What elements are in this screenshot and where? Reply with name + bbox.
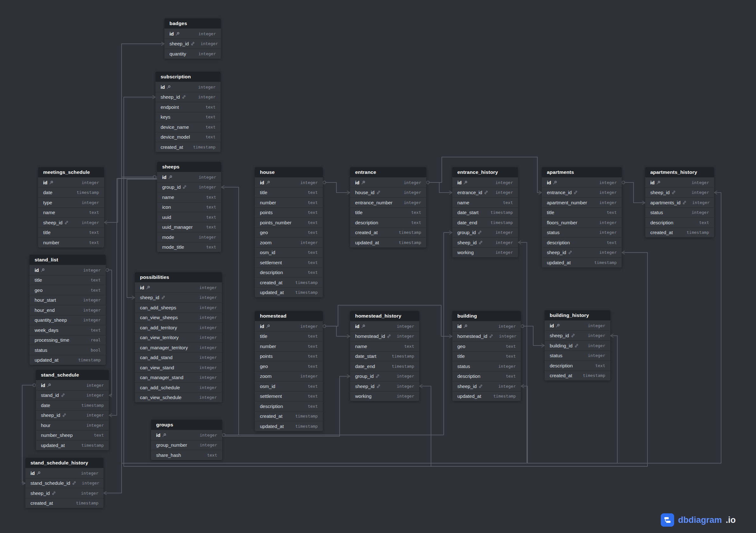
table-building[interactable]: buildingidintegerhomestead_idintegergeot… [452, 311, 521, 401]
field-row-possibilities-id[interactable]: idinteger [135, 282, 222, 293]
field-row-groups-id[interactable]: idinteger [151, 430, 222, 440]
field-row-possibilities-can_view_schedule[interactable]: can_view_scheduleinteger [135, 392, 222, 403]
table-homestead_history[interactable]: homestead_historyidintegerhomestead_idin… [350, 311, 419, 401]
relationship-building_history-sheep_id-to-sheeps-id[interactable] [610, 336, 617, 463]
field-row-building_history-sheep_id[interactable]: sheep_idinteger [545, 331, 610, 341]
field-row-possibilities-can_add_schedule[interactable]: can_add_scheduleinteger [135, 382, 222, 392]
field-row-sheeps-id[interactable]: idinteger [157, 172, 221, 182]
field-row-entrance_history-date_start[interactable]: date_starttimestamp [452, 207, 518, 218]
table-badges[interactable]: badgesidintegersheep_idintegerquantityin… [164, 18, 221, 59]
field-row-possibilities-sheep_id[interactable]: sheep_idinteger [135, 293, 222, 303]
field-row-sheeps-mode[interactable]: modeinteger [157, 232, 221, 242]
field-row-house-id[interactable]: idinteger [255, 177, 323, 188]
field-row-apartments_history-status[interactable]: statusinteger [645, 207, 714, 218]
field-row-building_history-status[interactable]: statusinteger [545, 351, 610, 361]
relationship-building-id-to-building_history-building_id[interactable] [521, 326, 545, 345]
field-row-stand_schedule-sheep_id[interactable]: sheep_idinteger [36, 410, 109, 420]
field-row-homestead_history-name[interactable]: nametext [350, 341, 419, 351]
table-entrance_history[interactable]: entrance_historyidintegerentrance_idinte… [452, 167, 518, 257]
field-row-stand_list-title[interactable]: titletext [30, 275, 106, 285]
table-sheeps[interactable]: sheepsidintegergroup_idintegernametextic… [157, 162, 221, 252]
field-row-subscription-device_name[interactable]: device_nametext [155, 122, 221, 132]
field-row-stand_list-hour_end[interactable]: hour_endinteger [30, 305, 106, 315]
field-row-entrance_history-sheep_id[interactable]: sheep_idinteger [452, 237, 518, 248]
field-row-sheeps-name[interactable]: nametext [157, 192, 221, 202]
table-header-subscription[interactable]: subscription [155, 72, 221, 82]
field-row-homestead-points[interactable]: pointstext [255, 351, 323, 361]
field-row-apartments-floors_number[interactable]: floors_numberinteger [542, 217, 622, 227]
field-row-building-id[interactable]: idinteger [452, 321, 521, 331]
field-row-building-description[interactable]: descriptiontext [452, 371, 521, 381]
table-header-apartments_history[interactable]: apartments_history [645, 167, 714, 177]
relationship-subscription-sheep_id-to-sheeps-id[interactable] [124, 97, 157, 177]
field-row-entrance_history-name[interactable]: nametext [452, 197, 518, 207]
field-row-stand_schedule-stand_id[interactable]: stand_idinteger [36, 390, 109, 400]
field-row-subscription-device_model[interactable]: device_modeltext [155, 132, 221, 142]
diagram-canvas[interactable]: badgesidintegersheep_idintegerquantityin… [0, 0, 756, 533]
field-row-homestead-osm_id[interactable]: osm_idtext [255, 381, 323, 391]
field-row-building-sheep_id[interactable]: sheep_idinteger [452, 381, 521, 391]
relationship-house-id-to-entrance-house_id[interactable] [323, 182, 350, 193]
field-row-entrance_history-id[interactable]: idinteger [452, 177, 518, 188]
field-row-entrance_history-working[interactable]: workinginteger [452, 248, 518, 258]
field-row-homestead_history-sheep_id[interactable]: sheep_idinteger [350, 381, 419, 391]
field-row-apartments_history-apartments_id[interactable]: apartments_idinteger [645, 197, 714, 207]
table-homestead[interactable]: homesteadidintegertitletextnumbertextpoi… [255, 311, 323, 431]
field-row-entrance-description[interactable]: descriptiontext [350, 217, 426, 227]
field-row-house-osm_id[interactable]: osm_idtext [255, 248, 323, 258]
field-row-building_history-id[interactable]: idinteger [545, 320, 610, 331]
field-row-house-description[interactable]: descriptiontext [255, 267, 323, 278]
table-entrance[interactable]: entranceidintegerhouse_idintegerentrance… [350, 167, 426, 248]
field-row-subscription-keys[interactable]: keystext [155, 112, 221, 122]
field-row-subscription-sheep_id[interactable]: sheep_idinteger [155, 92, 221, 102]
relationship-entrance-id-to-entrance_history-entrance_id[interactable] [426, 182, 452, 193]
field-row-groups-group_number[interactable]: group_numberinteger [151, 440, 222, 450]
relationship-sheeps-group_id-to-groups-id[interactable] [221, 187, 239, 435]
table-apartments[interactable]: apartmentsidintegerentrance_idintegerapa… [542, 167, 622, 267]
field-row-stand_list-week_days[interactable]: week_daystext [30, 325, 106, 335]
field-row-stand_schedule_history-sheep_id[interactable]: sheep_idinteger [25, 488, 103, 498]
field-row-entrance-id[interactable]: idinteger [350, 177, 426, 188]
table-header-entrance_history[interactable]: entrance_history [452, 167, 518, 177]
field-row-apartments-id[interactable]: idinteger [542, 177, 622, 188]
field-row-apartments-title[interactable]: titletext [542, 207, 622, 218]
field-row-possibilities-can_add_sheeps[interactable]: can_add_sheepsinteger [135, 302, 222, 312]
field-row-homestead-created_at[interactable]: created_attimestamp [255, 411, 323, 421]
field-row-apartments_history-created_at[interactable]: created_attimestamp [645, 227, 714, 238]
field-row-apartments-entrance_id[interactable]: entrance_idinteger [542, 188, 622, 198]
field-row-meetings_schedule-title[interactable]: titletext [38, 227, 104, 238]
field-row-house-geo[interactable]: geotext [255, 227, 323, 238]
field-row-possibilities-can_view_territory[interactable]: can_view_territoryinteger [135, 333, 222, 343]
relationship-homestead-id-to-homestead_history-homestead_id[interactable] [323, 326, 350, 336]
field-row-building_history-created_at[interactable]: created_attimestamp [545, 371, 610, 381]
table-header-building_history[interactable]: building_history [545, 310, 610, 320]
field-row-building_history-building_id[interactable]: building_idinteger [545, 340, 610, 351]
table-stand_list[interactable]: stand_listidintegertitletextgeotexthour_… [30, 255, 106, 365]
field-row-stand_list-geo[interactable]: geotext [30, 285, 106, 295]
field-row-stand_list-hour_start[interactable]: hour_startinteger [30, 295, 106, 305]
field-row-meetings_schedule-sheep_id[interactable]: sheep_idinteger [38, 217, 104, 227]
table-header-possibilities[interactable]: possibilities [135, 272, 222, 282]
field-row-house-zoom[interactable]: zoominteger [255, 237, 323, 248]
field-row-house-updated_at[interactable]: updated_attimestamp [255, 287, 323, 298]
field-row-possibilities-can_manager_stand[interactable]: can_manager_standinteger [135, 372, 222, 383]
table-header-homestead[interactable]: homestead [255, 311, 323, 321]
table-header-apartments[interactable]: apartments [542, 167, 622, 177]
field-row-stand_schedule_history-created_at[interactable]: created_attimestamp [25, 498, 103, 508]
table-groups[interactable]: groupsidintegergroup_numberintegershare_… [151, 420, 222, 460]
relationship-homestead_history-sheep_id-to-sheeps-id[interactable] [419, 386, 431, 466]
table-possibilities[interactable]: possibilitiesidintegersheep_idintegercan… [135, 272, 222, 402]
field-row-subscription-id[interactable]: idinteger [155, 82, 221, 92]
field-row-homestead-title[interactable]: titletext [255, 331, 323, 341]
field-row-sheeps-uuid_manager[interactable]: uuid_managertext [157, 222, 221, 232]
field-row-sheeps-icon[interactable]: icontext [157, 202, 221, 212]
field-row-stand_list-status[interactable]: statusbool [30, 345, 106, 355]
field-row-building-updated_at[interactable]: updated_attimestamp [452, 391, 521, 401]
field-row-meetings_schedule-type[interactable]: typeinteger [38, 197, 104, 207]
field-row-apartments-status[interactable]: statusinteger [542, 227, 622, 238]
field-row-homestead-zoom[interactable]: zoominteger [255, 371, 323, 381]
field-row-subscription-created_at[interactable]: created_attimestamp [155, 142, 221, 152]
field-row-groups-share_hash[interactable]: share_hashtext [151, 450, 222, 460]
field-row-house-points[interactable]: pointstext [255, 207, 323, 218]
table-stand_schedule_history[interactable]: stand_schedule_historyidintegerstand_sch… [25, 458, 103, 508]
